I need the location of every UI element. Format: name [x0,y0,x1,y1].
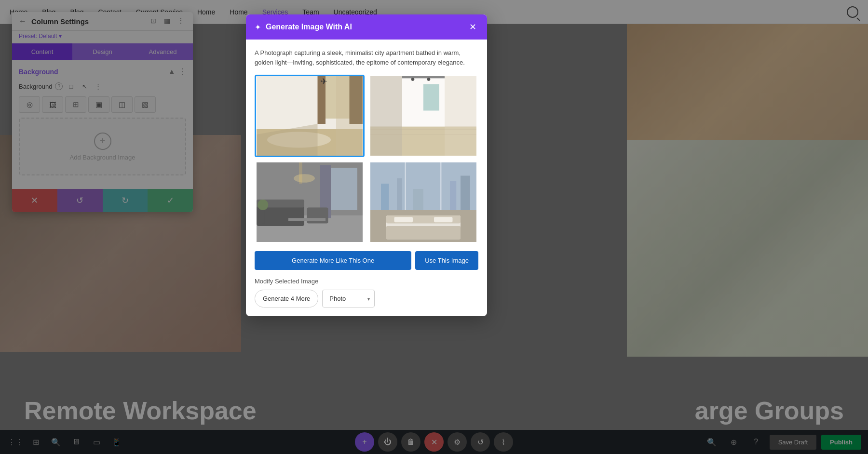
room-image-3 [256,162,363,242]
generate-more-button[interactable]: Generate More Like This One [255,251,411,270]
svg-point-16 [427,78,431,81]
svg-rect-39 [413,189,423,210]
svg-rect-46 [434,217,453,222]
modify-row: Generate 4 More Photo Illustration 3D Re… [255,290,478,307]
room-image-4 [370,162,477,242]
svg-rect-47 [386,226,461,240]
svg-point-31 [294,174,315,183]
image-cell-4[interactable] [368,161,478,243]
svg-rect-45 [394,217,413,222]
modify-section: Modify Selected Image Generate 4 More Ph… [255,278,478,307]
svg-rect-27 [307,208,328,224]
svg-rect-17 [370,76,402,156]
svg-rect-14 [402,76,445,78]
svg-rect-40 [450,181,456,211]
ai-image-modal: ✦ Generate Image With AI ✕ A Photograph … [246,14,487,316]
generate4-button[interactable]: Generate 4 More [255,290,318,307]
modal-close-button[interactable]: ✕ [467,21,478,33]
svg-rect-38 [397,178,402,210]
modal-body: A Photograph capturing a sleek, minimali… [246,40,487,316]
photo-type-wrapper: Photo Illustration 3D Render Sketch ▾ [322,290,375,307]
modal-header: ✦ Generate Image With AI ✕ [246,14,487,40]
image-cell-3[interactable] [255,161,365,243]
modify-title: Modify Selected Image [255,278,478,285]
svg-rect-41 [461,176,470,211]
image-grid: ✈ [255,75,478,243]
wand-icon: ✦ [255,23,261,32]
svg-text:✈: ✈ [320,77,327,86]
image-cell-1[interactable]: ✈ [255,75,365,157]
photo-type-select[interactable]: Photo Illustration 3D Render Sketch [322,290,375,307]
room-image-1: ✈ [256,76,363,156]
modal-description: A Photograph capturing a sleek, minimali… [255,48,478,67]
svg-rect-32 [299,162,302,184]
svg-rect-37 [381,184,389,210]
modal-action-buttons: Generate More Like This One Use This Ima… [255,251,478,270]
modal-title: Generate Image With AI [266,23,462,31]
svg-rect-13 [423,84,439,111]
modal-overlay: ✦ Generate Image With AI ✕ A Photograph … [0,0,868,454]
svg-point-15 [411,78,415,81]
svg-rect-28 [288,218,326,221]
svg-point-30 [258,200,268,210]
use-image-button[interactable]: Use This Image [415,251,478,270]
svg-rect-6 [336,76,363,156]
image-cell-2[interactable] [368,75,478,157]
svg-rect-18 [445,76,476,156]
room-image-2 [370,76,477,156]
